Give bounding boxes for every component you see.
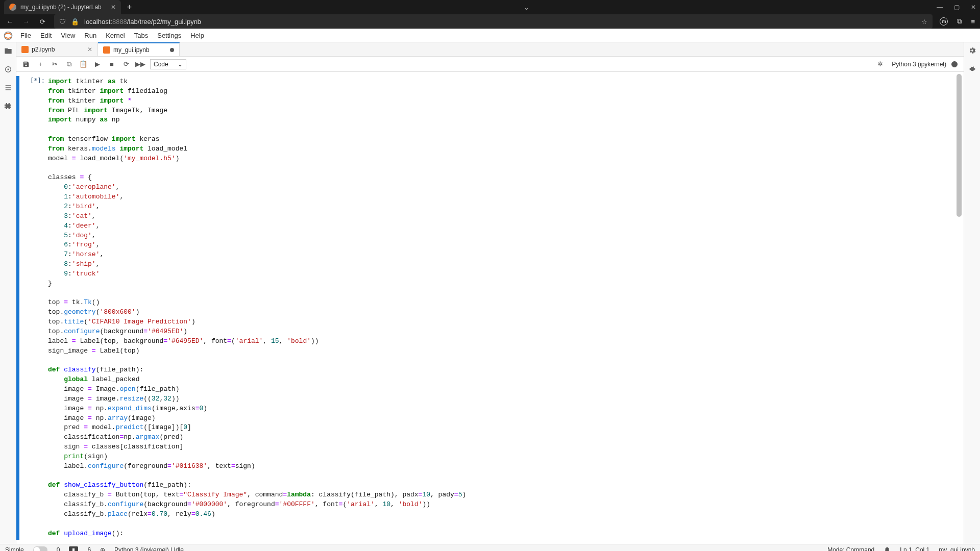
menu-kernel[interactable]: Kernel [102,30,129,41]
code-cell[interactable]: [*]: import tkinter as tk from tkinter i… [16,76,957,540]
jupyter-logo-icon[interactable] [3,31,13,41]
tab-label: p2.ipynb [32,46,55,53]
document-tabs: p2.ipynb ✕ my_gui.ipynb [16,42,964,57]
browser-titlebar: my_gui.ipynb (2) - JupyterLab ✕ + ⌄ — ▢ … [0,0,980,14]
run-button[interactable]: ▶ [91,58,104,70]
insert-cell-button[interactable]: + [34,58,47,70]
toolbar-gear-icon[interactable]: ✲ [873,58,887,70]
extension-manager-icon[interactable] [4,102,13,111]
menu-view[interactable]: View [57,30,79,41]
cell-prompt: [*]: [19,76,48,540]
tab-my-gui[interactable]: my_gui.ipynb [98,42,180,56]
tab-p2[interactable]: p2.ipynb ✕ [16,42,98,56]
notebook-icon [103,46,110,54]
close-tab-icon[interactable]: ✕ [111,4,116,11]
running-kernels-icon[interactable] [4,65,13,74]
extensions-icon[interactable]: ⧉ [957,17,962,26]
minimize-icon[interactable]: — [937,4,943,11]
account-icon[interactable]: m [940,17,948,26]
mode-indicator: Mode: Command [827,546,874,551]
menu-file[interactable]: File [16,30,35,41]
tab-label: my_gui.ipynb [113,46,150,54]
save-button[interactable] [19,58,33,70]
folder-icon[interactable] [4,46,13,56]
unsaved-dot-icon [170,48,174,52]
toc-icon[interactable] [4,83,13,92]
url-input[interactable]: 🛡 🔒 localhost:8888/lab/tree/p2/my_gui.ip… [54,14,933,29]
lock-icon: 🔒 [71,18,79,26]
right-sidebar [964,42,980,544]
notebook-toolbar: + ✂ ⧉ 📋 ▶ ■ ⟳ ▶▶ Code ⌄ ✲ Python 3 (ipyk… [16,57,964,72]
debugger-icon[interactable] [968,65,976,75]
menu-edit[interactable]: Edit [36,30,56,41]
maximize-icon[interactable]: ▢ [954,4,960,11]
svg-rect-2 [7,69,9,70]
warnings-count: 6 [87,546,91,551]
forward-button[interactable]: → [21,18,31,26]
browser-tab-title: my_gui.ipynb (2) - JupyterLab [20,4,102,11]
cell-type-value: Code [154,61,168,68]
simple-toggle[interactable] [33,546,47,551]
close-window-icon[interactable]: ✕ [971,4,976,11]
simple-label: Simple [5,546,24,551]
copy-button[interactable]: ⧉ [62,58,76,70]
menu-help[interactable]: Help [186,30,208,41]
kernel-busy-indicator [951,61,958,67]
cursor-position: Ln 1, Col 1 [900,546,929,551]
tabs-dropdown-icon[interactable]: ⌄ [524,4,529,11]
window-controls: — ▢ ✕ [937,4,976,11]
reload-button[interactable]: ⟳ [38,18,47,26]
lsp-icon[interactable]: ⊕ [100,546,105,551]
notification-bell-icon[interactable] [884,546,891,552]
cut-button[interactable]: ✂ [48,58,61,70]
bookmark-star-icon[interactable]: ☆ [921,18,927,26]
url-text: localhost:8888/lab/tree/p2/my_gui.ipynb [84,18,201,26]
chevron-down-icon: ⌄ [178,61,183,68]
menu-tabs[interactable]: Tabs [130,30,152,41]
menu-settings[interactable]: Settings [153,30,185,41]
close-icon[interactable]: ✕ [87,46,92,53]
interrupt-button[interactable]: ■ [105,58,118,70]
warnings-badge[interactable]: ▮ [69,546,78,552]
scrollbar-thumb[interactable] [957,74,962,217]
file-name: my_gui.ipynb [939,546,975,551]
terminals-count[interactable]: 0 [57,546,60,551]
statusbar: Simple 0 ▮ 6 ⊕ Python 3 (ipykernel) | Id… [0,544,980,552]
menubar: File Edit View Run Kernel Tabs Settings … [0,29,980,42]
new-tab-button[interactable]: + [127,3,132,12]
menu-run[interactable]: Run [80,30,101,41]
property-inspector-icon[interactable] [968,46,976,56]
browser-tab[interactable]: my_gui.ipynb (2) - JupyterLab ✕ [4,0,121,14]
back-button[interactable]: ← [5,18,14,26]
scrollbar[interactable] [955,72,963,544]
restart-button[interactable]: ⟳ [119,58,133,70]
code-editor[interactable]: import tkinter as tk from tkinter import… [48,76,957,540]
notebook-icon [21,46,29,53]
paste-button[interactable]: 📋 [77,58,90,70]
kernel-name[interactable]: Python 3 (ipykernel) [892,61,946,68]
browser-address-bar: ← → ⟳ 🛡 🔒 localhost:8888/lab/tree/p2/my_… [0,14,980,29]
shield-icon: 🛡 [59,18,66,26]
jupyter-favicon-icon [9,4,16,11]
cell-type-select[interactable]: Code ⌄ [150,59,186,69]
left-sidebar [0,42,16,544]
hamburger-menu-icon[interactable]: ≡ [971,18,975,26]
restart-run-all-button[interactable]: ▶▶ [134,58,147,70]
kernel-status[interactable]: Python 3 (ipykernel) | Idle [114,546,184,551]
notebook-area[interactable]: [*]: import tkinter as tk from tkinter i… [16,72,964,544]
